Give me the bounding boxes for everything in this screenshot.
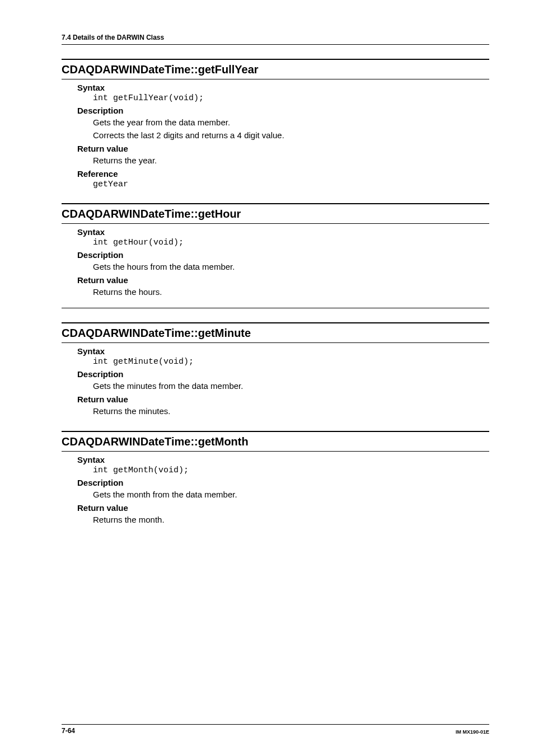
body-text: Gets the month from the data member. bbox=[93, 489, 489, 500]
section-heading: Syntax bbox=[77, 346, 489, 356]
body-text: Returns the minutes. bbox=[93, 405, 489, 417]
body-text: Gets the hours from the data member. bbox=[93, 261, 489, 273]
section-heading: Syntax bbox=[77, 83, 489, 92]
doc-code: IM MX190-01E bbox=[456, 729, 489, 735]
page: 7.4 Details of the DARWIN Class CDAQDARW… bbox=[0, 0, 534, 756]
section-heading: Description bbox=[77, 369, 489, 379]
section-heading: Return value bbox=[77, 275, 489, 285]
section-heading: Description bbox=[77, 478, 489, 487]
body-text: Returns the month. bbox=[93, 514, 489, 525]
api-entry: CDAQDARWINDateTime::getMonthSyntaxint ge… bbox=[62, 431, 489, 525]
page-footer: 7-64 IM MX190-01E bbox=[62, 724, 489, 735]
body-text: Returns the year. bbox=[93, 154, 489, 166]
section-heading: Description bbox=[77, 250, 489, 260]
code-line: int getMonth(void); bbox=[93, 466, 489, 475]
entry-title: CDAQDARWINDateTime::getHour bbox=[62, 203, 489, 224]
entry-title: CDAQDARWINDateTime::getMonth bbox=[62, 431, 489, 452]
page-number: 7-64 bbox=[62, 727, 75, 735]
api-entry: CDAQDARWINDateTime::getFullYearSyntaxint… bbox=[62, 59, 489, 189]
body-text: Returns the hours. bbox=[93, 286, 489, 298]
api-entry: CDAQDARWINDateTime::getMinuteSyntaxint g… bbox=[62, 322, 489, 417]
section-heading: Return value bbox=[77, 144, 489, 153]
horizontal-rule bbox=[62, 308, 489, 308]
entry-title: CDAQDARWINDateTime::getFullYear bbox=[62, 59, 489, 79]
code-line: int getMinute(void); bbox=[93, 357, 489, 367]
entry-title: CDAQDARWINDateTime::getMinute bbox=[62, 322, 489, 343]
section-heading: Return value bbox=[77, 395, 489, 404]
section-heading: Return value bbox=[77, 503, 489, 513]
body-text: Gets the year from the data member. bbox=[93, 116, 489, 128]
code-line: int getHour(void); bbox=[93, 238, 489, 247]
code-line: int getFullYear(void); bbox=[93, 93, 489, 103]
section-heading: Syntax bbox=[77, 227, 489, 237]
section-heading: Description bbox=[77, 106, 489, 115]
body-text: Corrects the last 2 digits and returns a… bbox=[93, 129, 489, 141]
section-heading: Reference bbox=[77, 169, 489, 179]
code-line: getYear bbox=[93, 180, 489, 189]
body-text: Gets the minutes from the data member. bbox=[93, 380, 489, 392]
section-heading: Syntax bbox=[77, 455, 489, 464]
entries-container: CDAQDARWINDateTime::getFullYearSyntaxint… bbox=[62, 59, 489, 525]
section-header: 7.4 Details of the DARWIN Class bbox=[62, 34, 489, 45]
api-entry: CDAQDARWINDateTime::getHourSyntaxint get… bbox=[62, 203, 489, 308]
